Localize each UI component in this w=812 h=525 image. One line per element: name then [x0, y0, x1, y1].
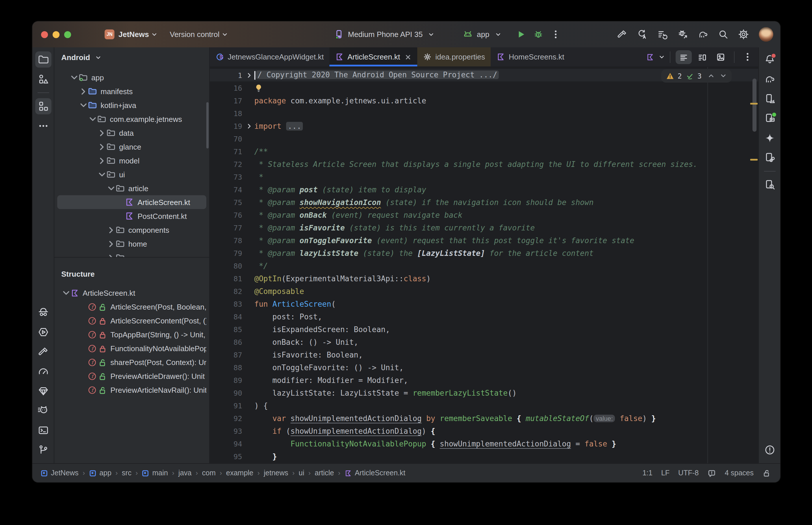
tree-item-article[interactable]: article — [57, 181, 206, 195]
code-line-17[interactable]: 17package com.example.jetnews.ui.article — [210, 94, 758, 107]
settings-button[interactable] — [736, 27, 751, 42]
code-line-90[interactable]: 90 lazyListState: LazyListState = rememb… — [210, 386, 758, 399]
tree-item-partial[interactable] — [57, 251, 206, 257]
split-view-button[interactable] — [694, 50, 710, 64]
tool-window-button-problems[interactable] — [762, 442, 778, 458]
tool-window-button-version-control[interactable] — [35, 442, 51, 458]
breadcrumb-jetnews[interactable]: JetNews — [41, 469, 78, 477]
run-button[interactable] — [514, 27, 529, 42]
code-line-93[interactable]: 93 if (showUnimplementedActionDialog) { — [210, 424, 758, 437]
code-editor[interactable]: 1/ Copyright 2020 The Android Open Sourc… — [210, 67, 758, 463]
tool-window-button-device-manager[interactable] — [762, 91, 778, 107]
breadcrumb-java[interactable]: java — [178, 469, 192, 477]
tree-item-model[interactable]: model — [57, 154, 206, 167]
collapse-chevron-icon[interactable] — [107, 239, 116, 248]
expand-chevron-icon[interactable] — [62, 288, 71, 297]
tool-window-button-notifications[interactable] — [762, 51, 778, 68]
design-view-button[interactable] — [713, 50, 729, 64]
tool-window-button-gradle[interactable] — [762, 71, 778, 87]
expand-chevron-icon[interactable] — [70, 73, 78, 82]
tree-item-com-example-jetnews[interactable]: com.example.jetnews — [57, 112, 206, 126]
collapse-chevron-icon[interactable] — [79, 87, 88, 95]
tree-item-app[interactable]: app — [57, 71, 206, 84]
code-line-84[interactable]: 84 post: Post, — [210, 310, 758, 323]
tree-item-kotlin-java[interactable]: kotlin+java — [57, 98, 206, 112]
project-name-menu[interactable]: JetNews — [118, 30, 149, 39]
expand-chevron-icon[interactable] — [98, 170, 106, 179]
code-line-73[interactable]: 73 * — [210, 170, 758, 183]
search-everywhere-button[interactable] — [715, 27, 730, 42]
structure-item[interactable]: ArticleScreen.kt — [57, 286, 206, 300]
code-line-71[interactable]: 71/** — [210, 145, 758, 158]
warning-stripe-mark[interactable] — [750, 103, 758, 105]
collapse-chevron-icon[interactable] — [98, 156, 106, 165]
editor-tab-idea-properties[interactable]: idea.properties — [417, 47, 491, 66]
indent-widget[interactable]: 4 spaces — [725, 469, 754, 477]
code-line-80[interactable]: 80 */ — [210, 259, 758, 272]
user-avatar[interactable] — [759, 27, 773, 42]
gradle-sync-button[interactable] — [695, 27, 710, 42]
tree-item-glance[interactable]: glance — [57, 140, 206, 154]
caret-position-widget[interactable]: 1:1 — [643, 469, 652, 477]
tree-item-ui[interactable]: ui — [57, 167, 206, 181]
structure-item[interactable]: fFunctionalityNotAvailablePop — [57, 341, 206, 355]
tool-window-button-gemini[interactable] — [762, 130, 778, 146]
structure-item[interactable]: fArticleScreenContent(Post, () — [57, 314, 206, 328]
debug-button[interactable] — [531, 27, 546, 42]
expand-chevron-icon[interactable] — [79, 101, 88, 109]
apply-changes-button[interactable] — [635, 27, 650, 42]
tool-window-button-profiler[interactable] — [35, 363, 51, 379]
tool-window-button-terminal[interactable] — [35, 422, 51, 438]
code-line-87[interactable]: 87 isFavorite: Boolean, — [210, 348, 758, 361]
editor-scrollbar[interactable] — [752, 78, 756, 132]
breadcrumb-app[interactable]: app — [89, 469, 112, 477]
tool-window-button-run[interactable] — [35, 324, 51, 340]
tree-item-articlescreen-kt[interactable]: ArticleScreen.kt — [57, 195, 206, 209]
collapse-chevron-icon[interactable] — [107, 226, 116, 234]
apply-code-changes-button[interactable] — [655, 27, 670, 42]
editor-tab-articlescreen-kt[interactable]: ArticleScreen.kt — [329, 47, 417, 66]
zoom-window-button[interactable] — [64, 31, 71, 38]
tab-list-chevron-icon[interactable] — [659, 54, 665, 60]
breadcrumb-src[interactable]: src — [122, 469, 132, 477]
collapse-chevron-icon[interactable] — [98, 129, 106, 137]
tree-item-manifests[interactable]: manifests — [57, 84, 206, 98]
warning-stripe-mark[interactable] — [750, 159, 758, 161]
code-line-18[interactable]: 18 — [210, 107, 758, 120]
code-line-77[interactable]: 77 * @param isFavorite (state) is this i… — [210, 221, 758, 234]
breadcrumb-ui[interactable]: ui — [299, 469, 304, 477]
breadcrumb-main[interactable]: main — [142, 469, 168, 477]
expand-chevron-icon[interactable] — [107, 184, 116, 193]
structure-item[interactable]: fTopAppBar(String, () -> Unit, — [57, 328, 206, 341]
tool-window-button-running-devices[interactable] — [762, 110, 778, 126]
inspection-widget[interactable]: 2 3 — [661, 69, 732, 82]
close-tab-icon[interactable] — [405, 54, 412, 60]
fold-arrow-icon[interactable] — [246, 72, 253, 78]
code-line-72[interactable]: 72 * Stateless Article Screen that displ… — [210, 158, 758, 170]
next-problem-button[interactable] — [720, 73, 726, 79]
code-line-83[interactable]: 83fun ArticleScreen( — [210, 297, 758, 310]
encoding-widget[interactable]: UTF-8 — [678, 469, 699, 477]
structure-item[interactable]: fPreviewArticleNavRail(): Unit — [57, 383, 206, 397]
code-line-82[interactable]: 82@Composable — [210, 285, 758, 297]
project-tree-scrollbar[interactable] — [206, 102, 209, 148]
code-line-88[interactable]: 88 onToggleFavorite: () -> Unit, — [210, 361, 758, 374]
code-line-95[interactable]: 95 } — [210, 450, 758, 463]
tree-item-home[interactable]: home — [57, 237, 206, 251]
code-line-78[interactable]: 78 * @param onToggleFavorite (event) req… — [210, 234, 758, 246]
minimize-window-button[interactable] — [53, 31, 60, 38]
previous-problem-button[interactable] — [708, 73, 714, 79]
tool-window-button-project[interactable] — [35, 51, 51, 68]
structure-item[interactable]: fsharePost(Post, Context): Un — [57, 355, 206, 369]
code-line-91[interactable]: 91) { — [210, 399, 758, 412]
structure-item[interactable]: fArticleScreen(Post, Boolean, — [57, 300, 206, 314]
project-view-selector[interactable]: Android — [61, 53, 90, 62]
vcs-menu[interactable]: Version control — [170, 30, 220, 39]
build-button[interactable] — [614, 27, 629, 42]
editor-tab-jetnewsglanceappwidget-kt[interactable]: JetnewsGlanceAppWidget.kt — [210, 47, 329, 66]
intention-lightbulb-icon[interactable] — [254, 84, 263, 92]
tool-window-button-more-tool-windows[interactable] — [35, 118, 51, 134]
code-line-79[interactable]: 79 * @param lazyListState (state) the [L… — [210, 246, 758, 259]
editor-options-button[interactable] — [740, 49, 755, 64]
collapse-chevron-icon[interactable] — [107, 253, 116, 257]
